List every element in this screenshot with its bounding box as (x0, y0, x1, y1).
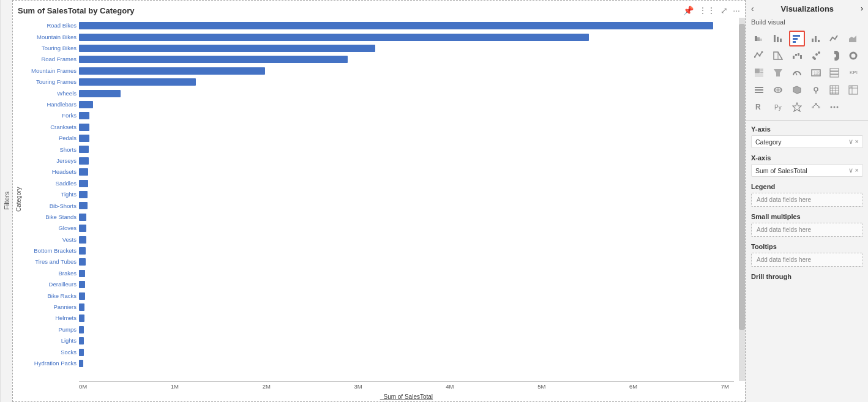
bar-row[interactable] (79, 65, 734, 76)
viz-icon-area[interactable] (845, 31, 861, 47)
bar-row[interactable] (79, 223, 734, 234)
bar-row[interactable] (79, 43, 734, 54)
viz-icon-donut[interactable] (845, 48, 861, 64)
bar-row[interactable] (79, 76, 734, 87)
y-axis-chevron[interactable]: ∨ (848, 138, 853, 146)
bar-row[interactable] (79, 99, 734, 110)
small-multiples-add-fields[interactable]: Add data fields here (751, 223, 863, 237)
legend-add-fields[interactable]: Add data fields here (751, 193, 863, 207)
svg-point-70 (837, 106, 839, 108)
bar (79, 157, 89, 165)
viz-icon-azure-map[interactable] (808, 82, 824, 98)
viz-icon-waterfall[interactable] (789, 48, 805, 64)
bar-row[interactable] (79, 54, 734, 65)
bar (79, 112, 89, 119)
svg-point-27 (831, 52, 838, 59)
chart-scrollbar[interactable] (739, 18, 745, 381)
bar-row[interactable] (79, 324, 734, 335)
svg-rect-42 (755, 87, 763, 88)
bar-row[interactable] (79, 144, 734, 155)
viz-icon-funnel[interactable] (770, 65, 786, 81)
panel-nav-arrows: ‹ (751, 4, 754, 13)
viz-icon-table[interactable] (826, 82, 842, 98)
viz-icon-filled-map[interactable] (789, 82, 805, 98)
bar-row[interactable] (79, 20, 734, 31)
panel-forward-arrow[interactable]: › (861, 4, 863, 13)
format-icon[interactable]: ⋮⋮ (698, 6, 716, 15)
viz-icon-r-visual[interactable]: R (751, 99, 767, 115)
bar-row[interactable] (79, 122, 734, 133)
x-axis-field-tag[interactable]: Sum of SalesTotal ∨ × (751, 164, 863, 177)
bar (79, 315, 84, 322)
bar-row[interactable] (79, 133, 734, 144)
y-axis-field-tag[interactable]: Category ∨ × (751, 135, 863, 148)
viz-icon-horizontal-bar[interactable] (789, 31, 805, 47)
viz-icon-pie[interactable] (826, 48, 842, 64)
bar (79, 236, 86, 244)
y-axis-section: Y-axis Category ∨ × (746, 123, 868, 152)
viz-icon-more[interactable] (826, 99, 842, 115)
bar (79, 191, 88, 198)
bar-row[interactable] (79, 256, 734, 267)
svg-rect-19 (793, 56, 795, 59)
y-label: Bib-Shorts (24, 200, 77, 211)
viz-icon-python[interactable]: Py (770, 99, 786, 115)
scrollbar-thumb[interactable] (739, 24, 745, 330)
bar-row[interactable] (79, 166, 734, 177)
viz-icon-line2[interactable] (751, 48, 767, 64)
viz-icon-stacked-bar[interactable] (751, 31, 767, 47)
bar (79, 90, 121, 97)
bar-row[interactable] (79, 110, 734, 121)
viz-icon-multirow-card[interactable] (826, 65, 842, 81)
svg-marker-34 (774, 69, 782, 76)
bar-row[interactable] (79, 358, 734, 369)
bar-row[interactable] (79, 234, 734, 245)
viz-icon-scatter[interactable] (808, 48, 824, 64)
viz-icon-line[interactable] (826, 31, 842, 47)
bar-row[interactable] (79, 290, 734, 301)
svg-rect-20 (795, 54, 797, 56)
x-axis-chevron[interactable]: ∨ (848, 166, 853, 174)
legend-section: Legend Add data fields here (746, 181, 868, 210)
bar-row[interactable] (79, 200, 734, 211)
viz-icon-matrix[interactable] (845, 82, 861, 98)
bar-row[interactable] (79, 155, 734, 166)
viz-icon-ai-insights[interactable] (789, 99, 805, 115)
pin-icon[interactable]: 📌 (683, 6, 694, 15)
x-axis-close[interactable]: × (855, 166, 859, 174)
more-options-icon[interactable]: ··· (733, 6, 740, 15)
bar-row[interactable] (79, 177, 734, 188)
viz-icon-slicer[interactable] (751, 82, 767, 98)
svg-text:Py: Py (774, 104, 782, 111)
bar-row[interactable] (79, 189, 734, 200)
bar-row[interactable] (79, 335, 734, 346)
bar-row[interactable] (79, 268, 734, 279)
y-label: Bottom Brackets (24, 245, 77, 256)
bar-row[interactable] (79, 313, 734, 324)
viz-icon-kpi[interactable]: KPI (845, 65, 861, 81)
y-axis-close[interactable]: × (855, 138, 859, 146)
tooltips-section: Tooltips Add data fields here (746, 240, 868, 270)
tooltips-add-fields[interactable]: Add data fields here (751, 253, 863, 267)
viz-icon-map[interactable] (770, 82, 786, 98)
bar-row[interactable] (79, 212, 734, 223)
viz-icon-ribbon[interactable] (770, 48, 786, 64)
viz-icon-card[interactable]: 123 (808, 65, 824, 81)
svg-point-68 (831, 106, 832, 108)
focus-icon[interactable]: ⤢ (720, 6, 728, 15)
bar-row[interactable] (79, 31, 734, 42)
bar-row[interactable] (79, 245, 734, 256)
x-axis-label: _Sum of SalesTotal (79, 392, 734, 401)
bar-row[interactable] (79, 279, 734, 290)
viz-icon-decomposition[interactable] (808, 99, 824, 115)
bar-row[interactable] (79, 346, 734, 357)
svg-rect-31 (760, 69, 763, 71)
viz-icon-gauge[interactable] (789, 65, 805, 81)
viz-icon-treemap[interactable] (751, 65, 767, 81)
viz-icon-column[interactable] (808, 31, 824, 47)
viz-icon-bar-chart[interactable] (770, 31, 786, 47)
bar-row[interactable] (79, 302, 734, 313)
bar-row[interactable] (79, 87, 734, 99)
panel-back-arrow[interactable]: ‹ (751, 4, 754, 13)
y-label: Hydration Packs (24, 358, 77, 369)
